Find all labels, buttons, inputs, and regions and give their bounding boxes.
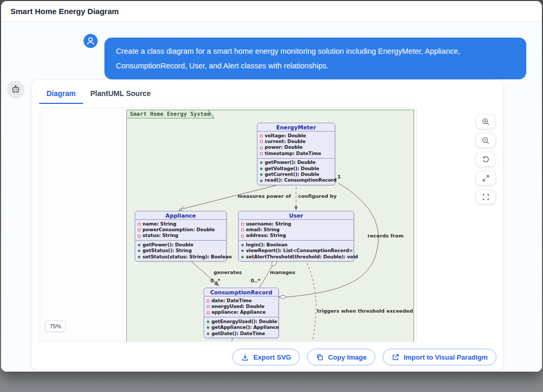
class-name: Appliance <box>135 211 226 219</box>
method: getDate(): DateTime <box>211 331 265 337</box>
download-icon <box>241 353 249 361</box>
method: getStatus(): String <box>143 248 192 254</box>
attribute-icon <box>207 305 209 308</box>
frame-title: Smart Home Energy System <box>126 110 214 118</box>
expand-button[interactable] <box>476 171 495 185</box>
attribute-icon <box>260 147 263 149</box>
method-icon <box>260 161 263 164</box>
attribute-icon <box>241 223 244 225</box>
attribute-icon <box>260 152 263 155</box>
attribute: voltage: Double <box>265 133 306 139</box>
attributes-section: voltage: Double current: Double power: D… <box>257 131 335 158</box>
class-name: ConsumptionRecord <box>204 288 278 296</box>
app-window: Smart Home Energy Diagram Create a class… <box>1 1 542 372</box>
attribute-icon <box>207 312 209 314</box>
page-title: Smart Home Energy Diagram <box>10 7 119 16</box>
method: setStatus(status: String): Boolean <box>143 254 232 260</box>
relationship-label-manages: manages <box>270 269 295 275</box>
external-link-icon <box>392 353 399 361</box>
tab-plantuml-source[interactable]: PlantUML Source <box>83 88 158 104</box>
method: viewReport(): List<ConsumptionRecord> <box>246 248 353 254</box>
attribute-icon <box>138 229 140 231</box>
export-svg-label: Export SVG <box>253 353 291 361</box>
person-icon <box>84 34 98 48</box>
class-appliance: Appliance name: String powerConsumption:… <box>135 211 227 262</box>
attribute: powerConsumption: Double <box>143 227 215 233</box>
method-icon <box>241 256 244 258</box>
attribute: current: Double <box>265 139 305 145</box>
methods-section: getEnergyUsed(): Double getAppliance(): … <box>204 317 278 338</box>
class-energymeter: EnergyMeter voltage: Double current: Dou… <box>257 123 335 185</box>
user-message-line1: Create a class diagram for a smart home … <box>116 44 515 58</box>
copy-icon <box>316 353 324 361</box>
method: getPower(): Double <box>265 160 315 165</box>
method: getAppliance(): Appliance <box>211 325 279 330</box>
relationship-label-measures: measures power of <box>238 193 291 199</box>
attribute: appliance: Appliance <box>211 310 266 315</box>
attribute-icon <box>138 223 140 225</box>
attribute-icon <box>207 300 209 302</box>
methods-section: login(): Boolean viewReport(): List<Cons… <box>239 240 353 261</box>
method: getVoltage(): Double <box>265 166 319 172</box>
zoom-in-button[interactable] <box>476 114 495 129</box>
zoom-out-button[interactable] <box>476 133 495 148</box>
methods-section: getPower(): Double getVoltage(): Double … <box>257 158 335 185</box>
multiplicity-one: 1 <box>337 174 341 180</box>
method-icon <box>207 320 209 323</box>
attributes-section: username: String email: String address: … <box>239 219 353 240</box>
method-icon <box>260 173 263 176</box>
diagram-viewport[interactable]: Smart Home Energy System <box>40 108 417 342</box>
expand-icon <box>482 174 490 182</box>
method: read(): ConsumptionRecord <box>265 177 337 183</box>
fullscreen-icon <box>482 193 490 201</box>
zoom-level-badge: 75% <box>45 320 66 332</box>
export-svg-button[interactable]: Export SVG <box>232 349 300 365</box>
attribute: status: String <box>143 233 178 239</box>
attributes-section: name: String powerConsumption: Double st… <box>135 219 226 240</box>
class-name: User <box>239 211 353 219</box>
import-visual-paradigm-button[interactable]: Import to Visual Paradigm <box>383 349 497 365</box>
method-icon <box>207 332 209 335</box>
method-icon <box>207 326 209 329</box>
user-message-line2: ConsumptionRecord, User, and Alert class… <box>116 58 515 73</box>
action-buttons: Export SVG Copy Image Import to Vis <box>232 349 497 365</box>
robot-icon <box>10 85 21 95</box>
attribute-icon <box>260 140 263 143</box>
class-user: User username: String email: String addr… <box>238 211 354 262</box>
relationship-label-triggers: triggers when threshold exceeded <box>317 308 413 314</box>
tab-bar: Diagram PlantUML Source <box>39 88 158 104</box>
main-content: Create a class diagram for a smart home … <box>1 22 542 372</box>
attribute-icon <box>260 135 263 137</box>
method: login(): Boolean <box>246 242 287 248</box>
attributes-section: date: DateTime energyUsed: Double applia… <box>204 296 278 317</box>
class-consumptionrecord: ConsumptionRecord date: DateTime energyU… <box>204 288 279 338</box>
attribute-icon <box>138 235 140 237</box>
fullscreen-button[interactable] <box>476 189 495 204</box>
copy-image-label: Copy Image <box>328 353 367 361</box>
relationship-label-configured: configured by <box>298 193 337 199</box>
relationship-label-records: records from <box>368 233 404 239</box>
copy-image-button[interactable]: Copy Image <box>307 349 375 365</box>
title-bar: Smart Home Energy Diagram <box>1 1 542 22</box>
tab-diagram[interactable]: Diagram <box>39 88 83 104</box>
attribute: email: String <box>246 227 279 233</box>
diagram-card: Diagram PlantUML Source Smart Home Energ… <box>31 79 503 371</box>
attribute: power: Double <box>265 145 303 150</box>
methods-section: getPower(): Double getStatus(): String s… <box>135 240 226 261</box>
user-message-bubble: Create a class diagram for a smart home … <box>104 38 526 79</box>
multiplicity-generates: 0..* <box>210 278 220 283</box>
multiplicity-manages: 0..* <box>251 278 261 283</box>
reset-view-button[interactable] <box>476 152 495 167</box>
method-icon <box>241 244 244 246</box>
method-icon <box>138 250 140 252</box>
attribute: name: String <box>143 221 176 227</box>
method-icon <box>138 256 140 258</box>
method-icon <box>260 180 263 182</box>
method: setAlertThreshold(threshold: Double): vo… <box>246 254 358 260</box>
attribute: date: DateTime <box>211 298 252 304</box>
method-icon <box>138 244 140 246</box>
zoom-toolbar <box>476 114 495 204</box>
attribute: energyUsed: Double <box>211 304 264 310</box>
attribute-icon <box>241 229 244 231</box>
attribute-icon <box>241 235 244 237</box>
